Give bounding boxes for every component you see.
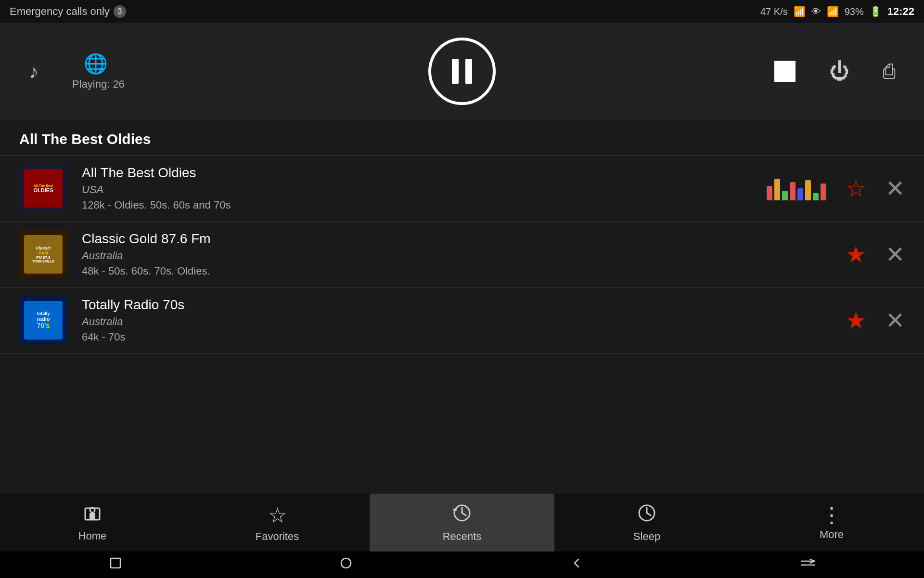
nav-item-recents[interactable]: Recents xyxy=(370,494,554,552)
sleep-icon xyxy=(637,503,657,527)
svg-point-10 xyxy=(341,558,351,568)
remove-button-classic-gold[interactable]: ✕ xyxy=(886,241,905,268)
status-bar-right: 47 K/s 📶 👁 📶 93% 🔋 12:22 xyxy=(760,5,914,18)
pause-bar-left xyxy=(452,59,459,84)
remove-button-totally-radio[interactable]: ✕ xyxy=(886,307,905,334)
section-title: All The Best Oldies xyxy=(0,119,924,155)
status-time: 12:22 xyxy=(887,5,914,18)
favorite-button-totally-radio[interactable]: ★ xyxy=(846,307,866,334)
viz-bar-6 xyxy=(813,193,819,200)
svg-point-2 xyxy=(90,508,95,512)
pause-icon xyxy=(452,59,472,84)
radio-item[interactable]: Classic Gold FM 87.6 TOWNSVILLE Classic … xyxy=(0,222,924,288)
more-icon: ⋮ xyxy=(821,504,842,525)
android-nav xyxy=(0,552,924,578)
nav-item-sleep[interactable]: Sleep xyxy=(554,494,739,552)
bluetooth-icon: 📶 xyxy=(794,6,806,17)
status-bar: Emergency calls only 3 47 K/s 📶 👁 📶 93% … xyxy=(0,0,924,23)
emergency-text: Emergency calls only xyxy=(10,5,110,18)
viz-bar-2 xyxy=(782,191,788,200)
share-icon[interactable]: ⎙ xyxy=(883,60,895,83)
station-name: All The Best Oldies xyxy=(82,165,767,181)
globe-icon[interactable]: 🌐 xyxy=(84,53,108,75)
favorite-button-classic-gold[interactable]: ★ xyxy=(846,241,866,268)
battery-icon: 🔋 xyxy=(870,6,882,17)
bottom-nav: Home ☆ Favorites Recents Sleep ⋮ xyxy=(0,494,924,552)
favorite-button-all-best-oldies[interactable]: ☆ xyxy=(846,175,866,202)
viz-bar-0 xyxy=(767,186,772,200)
nav-label-recents: Recents xyxy=(443,530,482,543)
android-menu-btn[interactable] xyxy=(800,556,816,573)
battery-level: 93% xyxy=(845,6,864,17)
status-bar-left: Emergency calls only 3 xyxy=(10,5,126,18)
eye-icon: 👁 xyxy=(811,6,821,17)
android-square-btn[interactable] xyxy=(109,556,122,573)
svg-rect-1 xyxy=(90,513,95,520)
playing-text: Playing: 26 xyxy=(72,78,125,91)
station-name: Classic Gold 87.6 Fm xyxy=(82,231,769,247)
wifi-icon: 📶 xyxy=(827,6,839,17)
station-country: USA xyxy=(82,184,767,196)
station-details: 128k - Oldies. 50s. 60s and 70s xyxy=(82,199,767,211)
svg-line-5 xyxy=(462,513,466,515)
nav-label-home: Home xyxy=(78,530,107,542)
station-name: Totally Radio 70s xyxy=(82,297,769,313)
home-icon xyxy=(83,503,102,527)
music-icon[interactable]: ♪ xyxy=(29,61,38,82)
station-logo-totally-radio: totally radio 70's xyxy=(19,296,67,344)
stop-button[interactable] xyxy=(774,61,796,82)
station-info-all-best-oldies: All The Best Oldies USA 128k - Oldies. 5… xyxy=(82,165,767,211)
station-logo-classic-gold: Classic Gold FM 87.6 TOWNSVILLE xyxy=(19,230,67,278)
svg-line-8 xyxy=(647,513,651,515)
radio-item[interactable]: All The Best OLDIES All The Best Oldies … xyxy=(0,155,924,222)
radio-list: All The Best OLDIES All The Best Oldies … xyxy=(0,155,924,354)
station-details: 48k - 50s. 60s. 70s. Oldies. xyxy=(82,265,769,277)
recents-icon xyxy=(452,503,472,527)
nav-label-favorites: Favorites xyxy=(256,530,299,543)
nav-item-favorites[interactable]: ☆ Favorites xyxy=(185,494,370,552)
network-speed: 47 K/s xyxy=(760,6,788,17)
nav-label-more: More xyxy=(820,528,844,541)
station-details: 64k - 70s xyxy=(82,331,769,343)
top-controls: ♪ 🌐 Playing: 26 ⏻ ⎙ xyxy=(0,23,924,119)
pause-button[interactable] xyxy=(428,38,496,105)
station-info-totally-radio: Totally Radio 70s Australia 64k - 70s xyxy=(82,297,769,343)
nav-label-sleep: Sleep xyxy=(633,530,660,543)
pause-button-container xyxy=(428,38,496,105)
svg-rect-9 xyxy=(111,558,120,568)
viz-bar-7 xyxy=(821,184,826,200)
remove-button-all-best-oldies[interactable]: ✕ xyxy=(886,175,905,202)
android-back-btn[interactable] xyxy=(570,556,583,573)
station-country: Australia xyxy=(82,315,769,328)
viz-bar-1 xyxy=(774,179,780,200)
nav-item-more[interactable]: ⋮ More xyxy=(739,494,924,552)
android-home-btn[interactable] xyxy=(339,556,353,573)
power-icon[interactable]: ⏻ xyxy=(829,60,849,83)
top-right-icons: ⏻ ⎙ xyxy=(774,60,895,83)
nav-item-home[interactable]: Home xyxy=(0,494,185,552)
station-country: Australia xyxy=(82,250,769,262)
favorites-icon: ☆ xyxy=(268,503,287,527)
viz-bar-4 xyxy=(797,188,803,200)
emergency-badge: 3 xyxy=(114,5,126,18)
station-logo-all-best-oldies: All The Best OLDIES xyxy=(19,164,67,212)
viz-bar-5 xyxy=(805,180,811,200)
pause-bar-right xyxy=(465,59,472,84)
audio-visualizer xyxy=(767,176,826,200)
viz-bar-3 xyxy=(790,182,796,200)
top-left-icons: ♪ 🌐 Playing: 26 xyxy=(29,53,125,91)
station-info-classic-gold: Classic Gold 87.6 Fm Australia 48k - 50s… xyxy=(82,231,769,277)
radio-item[interactable]: totally radio 70's Totally Radio 70s Aus… xyxy=(0,288,924,354)
